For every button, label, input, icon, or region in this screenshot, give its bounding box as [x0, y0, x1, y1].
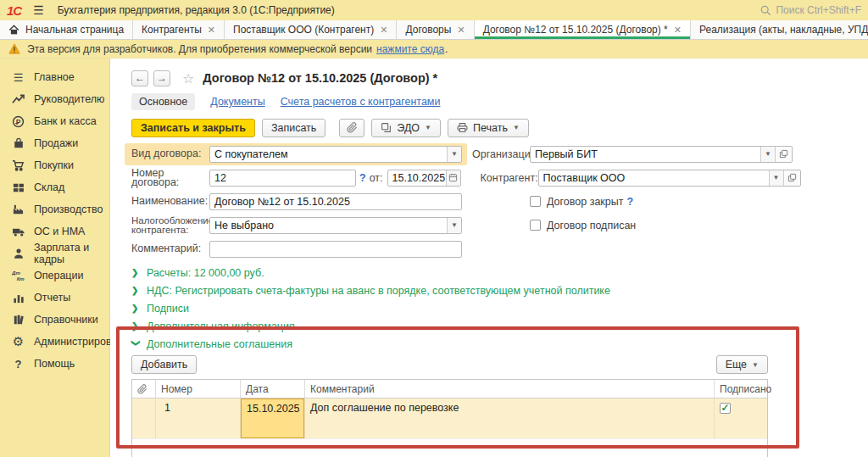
coin-icon: Р: [11, 115, 25, 128]
chevron-right-icon: ❯: [131, 321, 140, 331]
open-icon: [779, 149, 788, 159]
more-button[interactable]: Еще▼: [716, 355, 768, 374]
contract-closed-checkbox[interactable]: [530, 196, 541, 207]
sidebar-item-administrirovanie[interactable]: ⚙Администрирование: [0, 331, 109, 353]
calendar-button[interactable]: [446, 170, 460, 186]
contract-type-field[interactable]: С покупателем ▼: [209, 146, 462, 163]
counterparty-field[interactable]: Поставщик ООО ▼: [538, 170, 801, 187]
edo-button[interactable]: ЭДО▼: [371, 119, 441, 137]
save-close-button[interactable]: Записать и закрыть: [131, 119, 255, 137]
contract-number-field[interactable]: 12: [209, 170, 356, 187]
sidebar-item-proizvodstvo[interactable]: Производство: [0, 198, 109, 220]
taxation-field[interactable]: Не выбрано ▼: [209, 217, 462, 234]
organization-label: Организация:: [472, 148, 530, 160]
contract-date-field[interactable]: 15.10.2025: [387, 170, 461, 187]
cell-number[interactable]: 1: [156, 398, 241, 438]
sidebar-item-label: Руководителю: [34, 93, 104, 105]
dropdown-button[interactable]: ▼: [760, 147, 775, 162]
date-from-label: от:: [370, 172, 383, 184]
tab-close-icon[interactable]: ✕: [380, 25, 387, 36]
forward-button[interactable]: →: [153, 70, 170, 86]
tab-postavshchik[interactable]: Поставщик ООО (Контрагент)✕: [225, 20, 397, 39]
open-button[interactable]: [775, 147, 792, 162]
nav-accounts-link[interactable]: Счета расчетов с контрагентами: [281, 96, 441, 108]
sidebar-item-label: Справочники: [34, 314, 98, 326]
sidebar-item-pokupki[interactable]: Покупки: [0, 154, 109, 176]
organization-value: Первый БИТ: [535, 148, 598, 160]
save-close-label: Записать и закрыть: [141, 122, 246, 134]
tab-close-icon[interactable]: ✕: [208, 25, 215, 36]
column-comment[interactable]: Комментарий: [305, 380, 715, 398]
back-button[interactable]: ←: [131, 70, 148, 86]
column-signed[interactable]: Подписано: [715, 380, 767, 398]
open-button[interactable]: [783, 170, 800, 186]
signed-checkbox[interactable]: ✓: [720, 403, 731, 414]
contract-signed-checkbox[interactable]: [530, 220, 541, 231]
sidebar-item-zarplata[interactable]: Зарплата и кадры: [0, 242, 109, 265]
sidebar-item-sklad[interactable]: Склад: [0, 176, 109, 198]
help-icon[interactable]: ?: [359, 172, 366, 184]
sidebar-item-os-i-nma[interactable]: ОС и НМА: [0, 220, 109, 242]
sidebar-item-bank-i-kassa[interactable]: РБанк и касса: [0, 110, 109, 132]
comment-field[interactable]: [209, 241, 462, 258]
attachments-button[interactable]: [339, 119, 364, 137]
table-row[interactable]: 1 15.10.2025 Доп соглашение по перевозке…: [132, 398, 767, 439]
cell-comment[interactable]: Доп соглашение по перевозке: [305, 398, 715, 438]
dropdown-button[interactable]: ▼: [447, 147, 461, 162]
name-field[interactable]: Договор №12 от 15.10.2025: [209, 193, 462, 210]
main-menu-icon[interactable]: ☰: [33, 3, 44, 17]
help-icon[interactable]: ?: [627, 196, 634, 208]
contract-type-value: С покупателем: [214, 148, 288, 160]
chevron-down-icon: ▼: [425, 124, 431, 131]
section-nds[interactable]: ❯НДС: Регистрировать счета-фактуры на ав…: [131, 281, 868, 299]
sidebar-item-pomoshch[interactable]: ?Помощь: [0, 353, 109, 375]
nav-documents-link[interactable]: Документы: [210, 96, 264, 108]
organization-field[interactable]: Первый БИТ ▼: [530, 146, 793, 163]
selected-cell[interactable]: 15.10.2025: [241, 398, 304, 438]
section-podpisi[interactable]: ❯Подписи: [131, 299, 868, 317]
tab-dogovory[interactable]: Договоры✕: [397, 20, 474, 39]
section-raschety[interactable]: ❯Расчеты: 12 000,00 руб.: [131, 264, 868, 281]
column-attachment[interactable]: [132, 380, 156, 398]
cell-signed[interactable]: ✓: [715, 398, 767, 438]
sidebar-item-operacii[interactable]: ДтКтОперации: [0, 265, 109, 287]
sidebar-item-label: Помощь: [34, 358, 75, 370]
sidebar-item-rukovoditelyu[interactable]: Руководителю: [0, 88, 109, 110]
form-nav: Основное Документы Счета расчетов с конт…: [131, 92, 868, 111]
tab-realizaciya[interactable]: Реализация (акты, накладные, УПД)✕: [691, 20, 868, 39]
contract-type-label: Вид договора:: [131, 149, 209, 159]
tab-kontragenty[interactable]: Контрагенты✕: [133, 20, 225, 39]
dropdown-button[interactable]: ▼: [447, 218, 461, 233]
section-dop-informaciya[interactable]: ❯Дополнительная информация: [131, 317, 868, 335]
column-number[interactable]: Номер: [156, 380, 241, 398]
tab-home[interactable]: Начальная страница: [0, 20, 133, 39]
tab-close-icon[interactable]: ✕: [457, 25, 465, 36]
truck-icon: [11, 226, 25, 237]
agreements-section: Добавить Еще▼ Номер Дата Комментарий Под…: [131, 355, 768, 457]
document-form: ← → ☆ Договор №12 от 15.10.2025 (Договор…: [110, 59, 868, 457]
favorite-star-icon[interactable]: ☆: [182, 70, 194, 86]
counterparty-value: Поставщик ООО: [543, 172, 626, 184]
save-button[interactable]: Записать: [262, 119, 326, 137]
search-label: Поиск Ctrl+Shift+F: [776, 4, 861, 16]
tab-close-icon[interactable]: ✕: [674, 25, 682, 36]
sidebar-item-prodazhi[interactable]: Продажи: [0, 132, 109, 154]
bag-icon: [11, 137, 25, 149]
sidebar-item-glavnoe[interactable]: ☰Главное: [0, 66, 109, 88]
tab-label: Реализация (акты, накладные, УПД): [699, 24, 868, 36]
chevron-down-icon: ▼: [513, 124, 520, 131]
warning-link[interactable]: нажмите сюда: [376, 43, 444, 55]
sidebar-item-spravochniki[interactable]: Справочники: [0, 309, 109, 331]
dropdown-button[interactable]: ▼: [769, 170, 783, 186]
tab-dogovor-12-active[interactable]: Договор №12 от 15.10.2025 (Договор) *✕: [475, 20, 691, 39]
global-search[interactable]: Поиск Ctrl+Shift+F: [760, 4, 861, 16]
print-button[interactable]: Печать▼: [448, 119, 529, 137]
add-button[interactable]: Добавить: [131, 355, 197, 374]
sidebar-item-label: Склад: [34, 181, 64, 193]
sidebar-item-otchety[interactable]: Отчеты: [0, 287, 109, 309]
cell-date[interactable]: 15.10.2025: [241, 398, 305, 438]
cell-attachment[interactable]: [132, 398, 156, 438]
nav-main-tab[interactable]: Основное: [131, 93, 195, 110]
column-date[interactable]: Дата: [241, 380, 305, 398]
section-dop-soglasheniya[interactable]: ❯Дополнительные соглашения: [131, 335, 868, 353]
